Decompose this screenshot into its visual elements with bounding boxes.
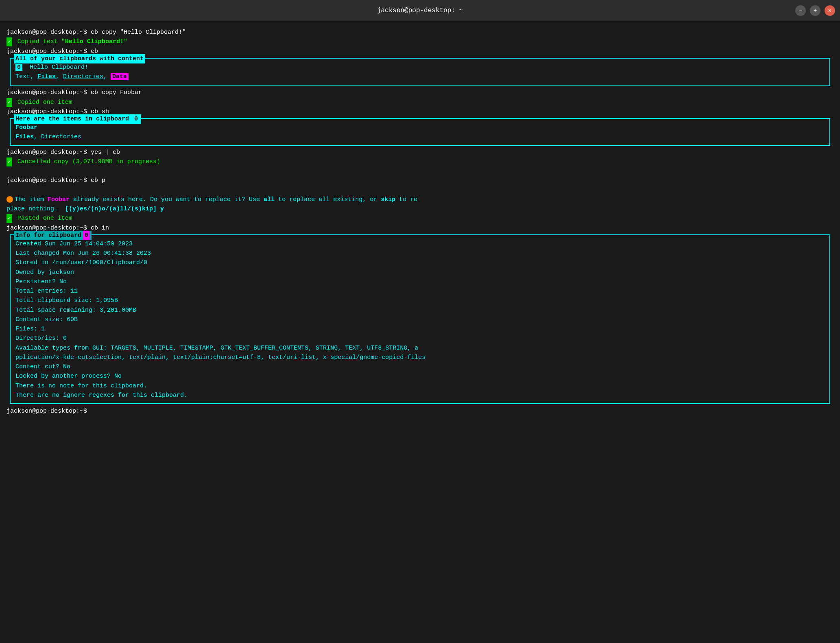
output-line-10: ✓ Cancelled copy (3,071.98MB in progress… <box>7 157 833 166</box>
output-line-6: ✓ Copied one item <box>7 98 833 107</box>
close-button[interactable]: ✕ <box>825 5 835 16</box>
checkmark-icon-4: ✓ <box>7 214 12 223</box>
checkmark-icon: ✓ <box>7 37 12 46</box>
cmd-line-12: jackson@pop-desktop:~$ cb p <box>7 176 833 185</box>
info-box-content: Created Sun Jun 25 14:04:59 2023 Last ch… <box>15 238 825 400</box>
clipboards-box-header: All of your clipboards with content <box>14 54 145 63</box>
sh-box-content: Foobar Files, Directories <box>11 121 829 144</box>
cmd-line-1: jackson@pop-desktop:~$ cb copy "Hello Cl… <box>7 28 833 37</box>
sh-box-header: Here are the items in clipboard 0 <box>14 114 141 124</box>
titlebar: jackson@pop-desktop: ~ – + ✕ <box>0 0 840 21</box>
titlebar-controls: – + ✕ <box>795 5 835 16</box>
clipboards-box-content: 0 Hello Clipboard! Text, Files, Director… <box>11 61 829 83</box>
cmd-line-final: jackson@pop-desktop:~$ <box>7 407 833 416</box>
sh-box: Here are the items in clipboard 0 Foobar… <box>10 118 830 146</box>
cmd-line-15: jackson@pop-desktop:~$ cb in <box>7 223 833 233</box>
checkmark-icon-2: ✓ <box>7 98 12 107</box>
output-line-14: ✓ Pasted one item <box>7 214 833 223</box>
checkmark-icon-3: ✓ <box>7 157 12 166</box>
clipboards-box: All of your clipboards with content 0 He… <box>10 58 830 87</box>
cmd-line-9: jackson@pop-desktop:~$ yes | cb <box>7 148 833 157</box>
titlebar-title: jackson@pop-desktop: ~ <box>377 7 463 14</box>
blank-line <box>7 166 833 176</box>
warning-line: The item Foobar already exists here. Do … <box>7 186 833 214</box>
info-box: Info for clipboard 0 Created Sun Jun 25 … <box>10 234 830 404</box>
info-box-header: Info for clipboard 0 <box>14 231 92 240</box>
output-line-2: ✓ Copied text "Hello Clipboard!" <box>7 37 833 46</box>
terminal: jackson@pop-desktop:~$ cb copy "Hello Cl… <box>0 21 840 422</box>
minimize-button[interactable]: – <box>795 5 806 16</box>
warning-icon <box>7 196 13 203</box>
cmd-line-5: jackson@pop-desktop:~$ cb copy Foobar <box>7 88 833 97</box>
maximize-button[interactable]: + <box>810 5 820 16</box>
